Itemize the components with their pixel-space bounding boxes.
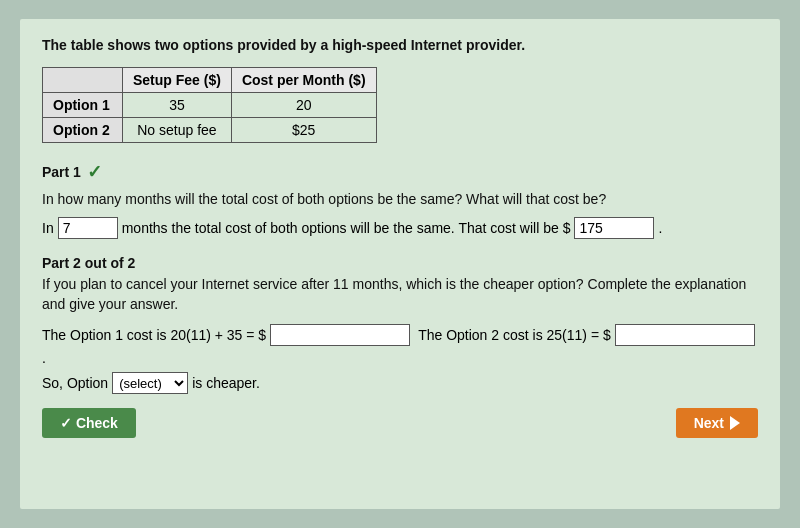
option2-prefix: The Option 2 cost is 25(11) = $ bbox=[418, 327, 611, 343]
table-header-empty bbox=[43, 68, 123, 93]
part2-header: Part 2 out of 2 bbox=[42, 255, 758, 271]
next-button[interactable]: Next bbox=[676, 408, 758, 438]
calc-period: . bbox=[42, 350, 46, 366]
part1-header: Part 1 ✓ bbox=[42, 161, 758, 183]
option1-prefix: The Option 1 cost is 20(11) + 35 = $ bbox=[42, 327, 266, 343]
so-prefix: So, Option bbox=[42, 375, 108, 391]
table-row-option1-setup: 35 bbox=[123, 93, 232, 118]
option1-answer-input[interactable] bbox=[270, 324, 410, 346]
option2-answer-input[interactable] bbox=[615, 324, 755, 346]
option-select[interactable]: (select) Option 1 Option 2 bbox=[112, 372, 188, 394]
answer-mid-label: months the total cost of both options wi… bbox=[122, 220, 571, 236]
table-row-option2-label: Option 2 bbox=[43, 118, 123, 143]
table-row-option2-setup: No setup fee bbox=[123, 118, 232, 143]
main-container: The table shows two options provided by … bbox=[20, 19, 780, 509]
part1-question: In how many months will the total cost o… bbox=[42, 191, 758, 207]
next-label: Next bbox=[694, 415, 724, 431]
calc-row: The Option 1 cost is 20(11) + 35 = $ The… bbox=[42, 324, 758, 366]
part1-label: Part 1 bbox=[42, 164, 81, 180]
answer-period: . bbox=[658, 220, 662, 236]
next-arrow-icon bbox=[730, 416, 740, 430]
table-row-option1-monthly: 20 bbox=[231, 93, 376, 118]
data-table: Setup Fee ($) Cost per Month ($) Option … bbox=[42, 67, 377, 143]
months-input[interactable] bbox=[58, 217, 118, 239]
table-row-option1-label: Option 1 bbox=[43, 93, 123, 118]
part2-description: If you plan to cancel your Internet serv… bbox=[42, 275, 758, 314]
check-button[interactable]: ✓ Check bbox=[42, 408, 136, 438]
answer-in-label: In bbox=[42, 220, 54, 236]
so-suffix: is cheaper. bbox=[192, 375, 260, 391]
part1-checkmark: ✓ bbox=[87, 161, 102, 183]
cost-input[interactable] bbox=[574, 217, 654, 239]
table-header-setup: Setup Fee ($) bbox=[123, 68, 232, 93]
check-label: ✓ Check bbox=[60, 415, 118, 431]
bottom-bar: ✓ Check Next bbox=[42, 408, 758, 438]
table-row-option2-monthly: $25 bbox=[231, 118, 376, 143]
select-row: So, Option (select) Option 1 Option 2 is… bbox=[42, 372, 758, 394]
intro-text: The table shows two options provided by … bbox=[42, 37, 758, 53]
part1-answer-row: In months the total cost of both options… bbox=[42, 217, 758, 239]
table-header-monthly: Cost per Month ($) bbox=[231, 68, 376, 93]
